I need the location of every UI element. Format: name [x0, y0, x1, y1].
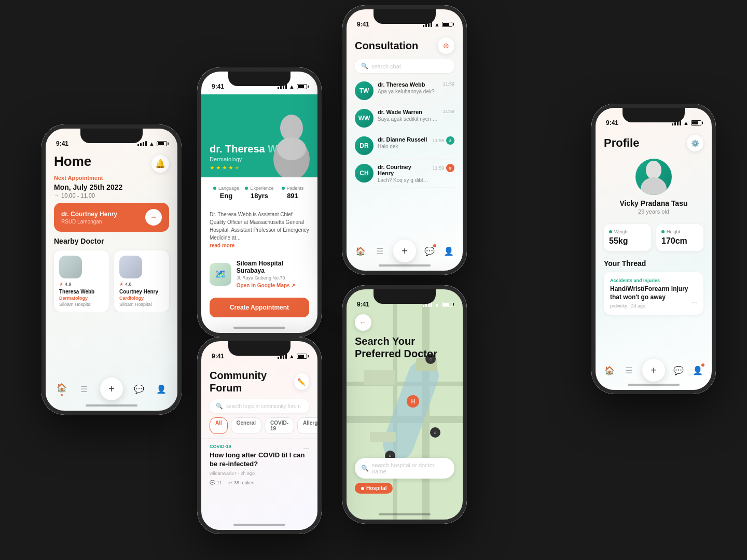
phone-profile: 9:41 ▲ Profile ⚙️ Vicky Pradana Tasu: [591, 104, 716, 394]
post-more-button[interactable]: ···: [303, 444, 309, 452]
wifi-icon: ▲: [149, 141, 155, 147]
bottom-nav-home: 🏠 ☰ + 💬 👤: [46, 377, 177, 400]
filter-chips: All General COVID-19 Allergies C...: [201, 417, 317, 438]
home-indicator-map: [379, 513, 431, 515]
height-value: 170cm: [661, 236, 698, 246]
battery-icon-doctor: [297, 84, 307, 89]
chat-item-2[interactable]: DR dr. Dianne Russell Halo dek 11:59 2: [355, 132, 454, 160]
weight-label: Weight: [609, 229, 646, 234]
reply-icon: ↩: [228, 480, 232, 485]
chat-item-1[interactable]: WW dr. Wade Warren Saya agak sedikit nye…: [355, 105, 454, 132]
chat-name-1: dr. Wade Warren: [378, 109, 438, 115]
forum-search-placeholder: search topic in community forum: [226, 403, 301, 409]
profile-nav-chat[interactable]: 💬: [673, 365, 684, 376]
chat-name-2: dr. Dianne Russell: [378, 136, 428, 143]
forum-header: Community Forum ✏️: [201, 364, 317, 397]
map-pin-black-2: ⌂: [430, 427, 440, 438]
profile-nav-list[interactable]: ☰: [623, 365, 634, 376]
consult-nav-add[interactable]: +: [393, 240, 416, 262]
chat-time-1: 11:59: [442, 109, 454, 114]
home-indicator-profile: [628, 384, 680, 386]
height-dot: [661, 230, 665, 233]
chat-item-0[interactable]: TW dr. Theresa Webb Apa ya keluhannya de…: [355, 77, 454, 105]
filter-general[interactable]: General: [231, 417, 261, 434]
profile-nav-profile[interactable]: 👤: [692, 365, 703, 376]
battery-icon-map: [442, 302, 452, 307]
map-header: ← Search Your Preferred Doctor: [347, 312, 463, 362]
phone-home: 9:41 ▲ Home 🔔 Next Appointment Mon, July…: [42, 124, 182, 415]
nearby-doctor-card-0[interactable]: ★ 4.9 Theresa Webb Dermatology Siloam Ho…: [54, 250, 109, 312]
post-reply-count: ↩ 38 replies: [228, 480, 254, 485]
stat-exp-label: Experience: [245, 186, 273, 191]
rating-0: 4.9: [65, 282, 72, 287]
nav-chat[interactable]: 💬: [133, 383, 145, 395]
post-category-0: COVID-19: [210, 444, 309, 449]
phone-map: 9:41 ▲ ⌂: [342, 285, 467, 524]
doctor-hero: dr. Theresa Webb Dermatology ★ ★ ★ ★ ★: [201, 94, 317, 177]
map-search-bar[interactable]: 🔍 search hospital or doctor name: [355, 458, 454, 479]
hospital-info: 🗺️ Siloam Hospital Surabaya Jl. Raya Gub…: [201, 255, 317, 293]
doctor-stats: Language Eng Experience 18yrs Patients 8…: [201, 177, 317, 205]
chat-icon-profile: 💬: [673, 365, 684, 376]
create-appointment-button[interactable]: Create Appointment: [210, 298, 309, 317]
map-back-button[interactable]: ←: [355, 314, 371, 331]
filter-all[interactable]: All: [210, 417, 228, 434]
chat-item-3[interactable]: CH dr. Courtney Henry Lach? Koq sy g dib…: [355, 160, 454, 188]
thread-section: Your Thread Accidents and Injuries Hand/…: [596, 255, 712, 319]
consult-nav-profile[interactable]: 👤: [443, 245, 454, 257]
phone-consult: 9:41 ▲ Consultation ⊕ 🔍 search chat TW d…: [342, 5, 467, 275]
read-more-link[interactable]: read more: [210, 243, 234, 248]
bell-button[interactable]: 🔔: [151, 155, 169, 173]
google-maps-link[interactable]: Open in Google Maps ↗: [237, 283, 309, 288]
consult-nav-list[interactable]: ☰: [374, 245, 385, 257]
profile-nav-add[interactable]: +: [642, 359, 665, 382]
nav-add-button[interactable]: +: [100, 377, 123, 400]
nav-list[interactable]: ☰: [78, 383, 90, 395]
arrow-icon: →: [54, 192, 60, 199]
hospital-filter-tag[interactable]: Hospital: [355, 483, 393, 494]
profile-bottom-nav: 🏠 ☰ + 💬 👤: [596, 359, 712, 382]
status-time-doctor: 9:41: [212, 83, 224, 90]
thread-card[interactable]: Accidents and Injuries Hand/Wrist/Forear…: [604, 272, 703, 315]
chat-list: TW dr. Theresa Webb Apa ya keluhannya de…: [347, 77, 463, 188]
thread-more-button[interactable]: ···: [691, 298, 697, 306]
status-icons-home: ▲: [137, 141, 167, 147]
chat-nav-icon: 💬: [133, 383, 145, 395]
nearby-doctor-card-1[interactable]: ★ 4.8 Courtney Henry Cardiology Siloam H…: [114, 250, 169, 312]
consult-add-button[interactable]: ⊕: [438, 37, 454, 54]
stat-patients-label: Patients: [282, 186, 304, 191]
nav-profile[interactable]: 👤: [156, 383, 167, 395]
chat-icon-consult: 💬: [424, 245, 435, 257]
map-title: Search Your Preferred Doctor: [355, 335, 454, 360]
profile-gear-button[interactable]: ⚙️: [687, 135, 703, 151]
svg-point-3: [646, 161, 661, 179]
profile-nav-home[interactable]: 🏠: [604, 365, 615, 376]
stat-language-label: Language: [213, 186, 239, 191]
chat-badge-3: 8: [446, 164, 454, 172]
consult-nav-home[interactable]: 🏠: [355, 245, 366, 257]
doc-hosp-1: Siloam Hospital: [119, 302, 164, 307]
filter-allergies[interactable]: Allergies: [297, 417, 317, 434]
appointment-date: Mon, July 25th 2022: [54, 183, 169, 191]
stat-language-value: Eng: [210, 192, 243, 200]
chat-info-1: dr. Wade Warren Saya agak sedikit nyeri …: [378, 109, 438, 122]
nav-home[interactable]: 🏠: [56, 382, 67, 396]
home-indicator-forum: [233, 524, 285, 526]
battery-icon-forum: [297, 354, 307, 359]
forum-search-bar[interactable]: 🔍 search topic in community forum: [210, 399, 309, 413]
filter-covid[interactable]: COVID-19: [265, 417, 294, 434]
wifi-icon-map: ▲: [434, 301, 440, 307]
forum-post-0[interactable]: COVID-19 How long after COVID til I can …: [201, 438, 317, 491]
consult-nav-chat[interactable]: 💬: [424, 245, 435, 257]
appointment-card[interactable]: dr. Courtney Henry RSUD Lamongan →: [54, 203, 169, 232]
appt-doctor-name: dr. Courtney Henry: [61, 211, 117, 218]
chat-preview-2: Halo dek: [378, 144, 428, 149]
chat-search-bar[interactable]: 🔍 search chat: [355, 59, 454, 73]
status-time-profile: 9:41: [606, 119, 618, 127]
forum-edit-button[interactable]: ✏️: [294, 373, 309, 390]
post-stats-0: 💬 11 ↩ 38 replies: [210, 480, 309, 485]
doc-spec-1: Cardiology: [119, 296, 164, 301]
chat-avatar-3: CH: [355, 164, 374, 183]
appt-go-button[interactable]: →: [145, 209, 162, 226]
consult-bottom-nav: 🏠 ☰ + 💬 👤: [347, 240, 463, 262]
